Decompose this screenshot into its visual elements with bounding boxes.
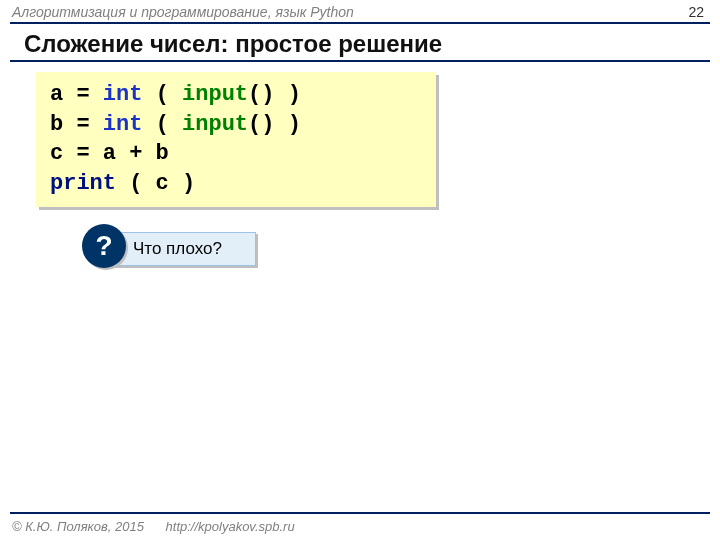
code-kw-int: int: [103, 82, 143, 107]
rule-bottom: [10, 512, 710, 514]
question-mark: ?: [95, 230, 112, 262]
page-number: 22: [688, 4, 704, 20]
code-var: a: [50, 82, 63, 107]
code-tail: () ): [248, 112, 301, 137]
code-var: b: [50, 112, 63, 137]
code-kw-input: input: [182, 112, 248, 137]
rule-top: [10, 22, 710, 24]
footer-credit: © К.Ю. Поляков, 2015: [12, 519, 144, 534]
code-line-2: b = int ( input() ): [50, 110, 422, 140]
code-kw-print: print: [50, 171, 116, 196]
page-title: Сложение чисел: простое решение: [24, 30, 442, 58]
footer-url: http://kpolyakov.spb.ru: [166, 519, 295, 534]
code-block: a = int ( input() ) b = int ( input() ) …: [36, 72, 436, 207]
question-mark-icon: ?: [82, 224, 126, 268]
code-tail: () ): [248, 82, 301, 107]
header: Алгоритмизация и программирование, язык …: [12, 4, 704, 20]
code-kw-input: input: [182, 82, 248, 107]
question-box: Что плохо?: [112, 232, 256, 266]
footer: © К.Ю. Поляков, 2015 http://kpolyakov.sp…: [12, 519, 295, 534]
slide: Алгоритмизация и программирование, язык …: [0, 0, 720, 540]
code-kw-int: int: [103, 112, 143, 137]
code-line-1: a = int ( input() ): [50, 80, 422, 110]
question-text: Что плохо?: [133, 239, 222, 259]
code-line-3: c = a + b: [50, 139, 422, 169]
code-op: =: [76, 112, 89, 137]
code-op: =: [76, 82, 89, 107]
code-paren: (: [156, 82, 169, 107]
course-title: Алгоритмизация и программирование, язык …: [12, 4, 354, 20]
code-line-4: print ( c ): [50, 169, 422, 199]
code-paren: (: [156, 112, 169, 137]
rule-title: [10, 60, 710, 62]
code-tail: ( c ): [116, 171, 195, 196]
